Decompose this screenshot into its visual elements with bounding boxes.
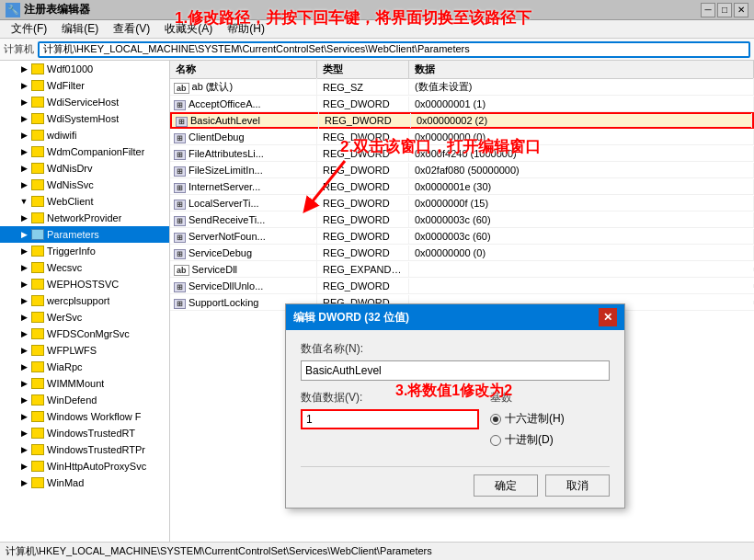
dialog-titlebar: 编辑 DWORD (32 位值) ✕ — [286, 304, 624, 330]
status-text: 计算机\HKEY_LOCAL_MACHINE\SYSTEM\CurrentCon… — [6, 544, 432, 558]
tree-item[interactable]: ▶WdNisDrv — [0, 160, 169, 177]
dialog-window: 编辑 DWORD (32 位值) ✕ 数值名称(N): 数值数据(V): 基数 … — [285, 303, 625, 509]
reg-icon-dword: ⊞ — [174, 246, 188, 259]
reg-cell-data: 0x00000000 (0) — [409, 130, 754, 144]
tree-item[interactable]: ▶WdNisSvc — [0, 177, 169, 193]
window-title: 注册表编辑器 — [24, 2, 701, 17]
reg-icon-dword: ⊞ — [174, 164, 188, 177]
radio-hex-label: 十六进制(H) — [505, 411, 565, 427]
reg-cell-type: REG_SZ — [317, 80, 409, 95]
tree-item[interactable]: ▶Wdf01000 — [0, 61, 169, 77]
tree-item[interactable]: ▶WIMMMount — [0, 375, 169, 392]
window-icon: 🔧 — [6, 3, 20, 17]
dialog-name-input[interactable] — [301, 360, 610, 381]
reg-cell-type: REG_EXPAND_SZ — [317, 262, 409, 277]
tree-item[interactable]: ▶WerSvc — [0, 309, 169, 326]
reg-name-text: FileAttributesLi... — [188, 148, 264, 159]
tree-item[interactable]: ▶wercplsupport — [0, 292, 169, 309]
tree-item[interactable]: ▶Wecsvc — [0, 259, 169, 276]
reg-cell-name: ⊞ServiceDebug — [170, 245, 317, 261]
reg-name-text: ServiceDll — [192, 264, 238, 275]
tree-item[interactable]: ▶WdmCompanionFilter — [0, 143, 169, 160]
tree-item[interactable]: ▼WebClient — [0, 193, 169, 210]
radio-dec[interactable]: 十进制(D) — [490, 432, 610, 448]
tree-item[interactable]: ▶WEPHOSTSVC — [0, 276, 169, 292]
tree-item[interactable]: ▶WinHttpAutoProxySvc — [0, 458, 169, 474]
reg-name-text: ServiceDllUnlo... — [188, 280, 263, 291]
dialog-cancel-button[interactable]: 取消 — [545, 474, 610, 497]
address-label: 计算机 — [4, 42, 34, 56]
reg-icon-dword: ⊞ — [174, 213, 188, 226]
registry-row[interactable]: ⊞LocalServerTi...REG_DWORD0x0000000f (15… — [170, 195, 754, 211]
tree-item[interactable]: ▶WinMad — [0, 474, 169, 491]
radio-hex[interactable]: 十六进制(H) — [490, 411, 610, 427]
tree-item[interactable]: ▶NetworkProvider — [0, 210, 169, 226]
tree-item[interactable]: ▶WiaRpc — [0, 359, 169, 375]
reg-cell-type: REG_DWORD — [317, 179, 409, 194]
menu-favorites[interactable]: 收藏夹(A) — [157, 19, 220, 39]
reg-cell-type: REG_DWORD — [317, 163, 409, 177]
reg-name-text: SupportLocking — [188, 297, 258, 308]
registry-row[interactable]: ⊞SendReceiveTi...REG_DWORD0x0000003c (60… — [170, 211, 754, 228]
registry-row[interactable]: ⊞ServiceDebugREG_DWORD0x00000000 (0) — [170, 245, 754, 261]
tree-item[interactable]: ▶TriggerInfo — [0, 243, 169, 259]
reg-icon-dword: ⊞ — [174, 197, 188, 210]
dialog-base-label: 基数 — [490, 390, 610, 406]
tree-panel: ▶Wdf01000 ▶WdFilter ▶WdiServiceHost ▶Wdi… — [0, 61, 170, 556]
tree-item[interactable]: ▶WinDefend — [0, 392, 169, 408]
menu-bar: 文件(F) 编辑(E) 查看(V) 收藏夹(A) 帮助(H) — [0, 20, 754, 39]
registry-row[interactable]: ⊞InternetServer...REG_DWORD0x0000001e (3… — [170, 178, 754, 195]
dialog-ok-button[interactable]: 确定 — [474, 474, 538, 497]
reg-cell-data: 0x0000003c (60) — [409, 229, 754, 244]
reg-icon-dword: ⊞ — [174, 296, 188, 309]
minimize-button[interactable]: ─ — [701, 3, 715, 17]
tree-item[interactable]: ▶WFDSConMgrSvc — [0, 326, 169, 342]
menu-help[interactable]: 帮助(H) — [220, 19, 272, 39]
reg-cell-data: 0x00000001 (1) — [409, 97, 754, 111]
menu-file[interactable]: 文件(F) — [4, 19, 54, 39]
reg-cell-type: REG_DWORD — [317, 196, 409, 211]
registry-header: 名称 类型 数据 — [170, 61, 754, 79]
registry-row[interactable]: abServiceDllREG_EXPAND_SZ — [170, 261, 754, 278]
registry-row[interactable]: ⊞ServiceDllUnlo...REG_DWORD — [170, 278, 754, 294]
reg-icon-dword: ⊞ — [174, 280, 188, 292]
tree-item[interactable]: ▶WFPLWFS — [0, 342, 169, 359]
tree-item[interactable]: ▶WindowsTrustedRTPr — [0, 441, 169, 458]
menu-view[interactable]: 查看(V) — [106, 19, 157, 39]
registry-row[interactable]: ⊞ClientDebugREG_DWORD0x00000000 (0) — [170, 129, 754, 145]
reg-name-text: LocalServerTi... — [188, 198, 259, 209]
registry-row[interactable]: ⊞ServerNotFoun...REG_DWORD0x0000003c (60… — [170, 228, 754, 245]
reg-cell-name: ⊞InternetServer... — [170, 178, 317, 195]
reg-name-text: FileSizeLimitIn... — [188, 165, 263, 176]
tree-item[interactable]: ▶WindowsTrustedRT — [0, 425, 169, 441]
reg-cell-data: 0x00000002 (2) — [411, 113, 752, 128]
registry-row[interactable]: ⊞FileAttributesLi...REG_DWORD0x000f4240 … — [170, 145, 754, 162]
registry-row[interactable]: abab (默认)REG_SZ(数值未设置) — [170, 79, 754, 96]
reg-cell-name: ⊞AcceptOfficeA... — [170, 96, 317, 112]
reg-name-text: ServerNotFoun... — [188, 231, 266, 242]
status-bar: 计算机\HKEY_LOCAL_MACHINE\SYSTEM\CurrentCon… — [0, 542, 754, 560]
reg-icon-dword: ⊞ — [174, 230, 188, 243]
reg-name-text: BasicAuthLevel — [190, 115, 260, 126]
tree-item[interactable]: ▶WdFilter — [0, 77, 169, 94]
tree-item[interactable]: ▶Windows Workflow F — [0, 408, 169, 425]
dialog-value-input[interactable] — [301, 409, 479, 429]
address-input[interactable] — [38, 41, 750, 58]
reg-name-text: ServiceDebug — [188, 247, 252, 258]
registry-row[interactable]: ⊞AcceptOfficeA...REG_DWORD0x00000001 (1) — [170, 96, 754, 112]
reg-cell-name: ⊞ServiceDllUnlo... — [170, 278, 317, 294]
tree-item[interactable]: ▶wdiwifi — [0, 127, 169, 143]
reg-name-text: SendReceiveTi... — [188, 214, 265, 225]
tree-item[interactable]: ▶WdiSystemHost — [0, 110, 169, 127]
registry-row[interactable]: ⊞BasicAuthLevelREG_DWORD0x00000002 (2) — [170, 112, 754, 129]
tree-item[interactable]: ▶Parameters — [0, 226, 169, 243]
registry-row[interactable]: ⊞FileSizeLimitIn...REG_DWORD0x02faf080 (… — [170, 162, 754, 178]
reg-cell-data: 0x00000000 (0) — [409, 246, 754, 260]
reg-cell-data: 0x000f4240 (1000000) — [409, 146, 754, 161]
tree-item[interactable]: ▶WdiServiceHost — [0, 94, 169, 110]
maximize-button[interactable]: □ — [717, 3, 732, 17]
reg-cell-name: ⊞SendReceiveTi... — [170, 211, 317, 228]
dialog-close-button[interactable]: ✕ — [599, 308, 617, 326]
close-button[interactable]: ✕ — [734, 3, 748, 17]
menu-edit[interactable]: 编辑(E) — [54, 19, 106, 39]
